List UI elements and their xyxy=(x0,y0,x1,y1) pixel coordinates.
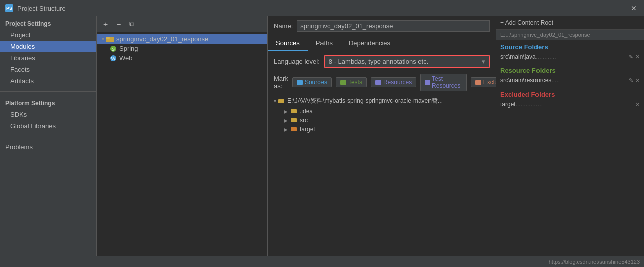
tree-root-label: springmvc_day02_01_response xyxy=(116,35,208,43)
idea-label: .idea xyxy=(300,108,313,115)
content-root-icon xyxy=(278,99,284,104)
target-label: target xyxy=(300,126,315,133)
source-path-main-java: src\main\java............ xyxy=(500,53,556,60)
source-info-title: E:...\springmvc_day02_01_response xyxy=(496,30,644,40)
tab-sources[interactable]: Sources xyxy=(268,36,308,51)
mark-as-row: Mark as: Sources Tests Resources Test Re… xyxy=(274,74,490,91)
sidebar: Project Settings Project Modules Librari… xyxy=(0,16,97,256)
app-icon: PS xyxy=(5,4,13,12)
source-entry-main-java: src\main\java............ ✎ ✕ xyxy=(500,53,640,61)
tab-paths[interactable]: Paths xyxy=(308,36,341,51)
tree-arrow-root: ▾ xyxy=(100,36,106,42)
sidebar-item-libraries[interactable]: Libraries xyxy=(0,52,96,64)
window-title: Project Structure xyxy=(17,5,66,12)
svg-rect-12 xyxy=(278,99,284,103)
content-root-path: E:\JAVA\资料\mybatis-spring-springmvc-orac… xyxy=(287,97,443,105)
resource-entry-actions: ✎ ✕ xyxy=(629,77,640,84)
platform-settings-section: Platform Settings xyxy=(0,96,96,109)
mark-excluded-label: Excluded xyxy=(483,79,496,86)
resource-path-main-resources: src\main\resources..... xyxy=(500,77,560,84)
content-child-idea[interactable]: ▶ .idea xyxy=(274,107,490,116)
excluded-entry-target: target................ ✕ xyxy=(500,100,640,108)
tree-node-web[interactable]: W Web xyxy=(97,53,267,63)
detail-panel: Name: Sources Paths Dependencies Languag… xyxy=(268,16,496,256)
sidebar-item-facets[interactable]: Facets xyxy=(0,64,96,75)
idea-folder-icon xyxy=(291,109,297,114)
title-bar-left: PS Project Structure xyxy=(5,4,66,12)
remove-excluded-icon[interactable]: ✕ xyxy=(635,101,640,108)
tree-root-node[interactable]: ▾ springmvc_day02_01_response xyxy=(97,34,267,44)
tests-folder-icon xyxy=(340,79,346,85)
web-label: Web xyxy=(119,54,133,62)
tree-panel: + − ⧉ ▾ springmvc_day02_01_response S xyxy=(97,16,268,256)
name-input[interactable] xyxy=(297,20,490,32)
add-button[interactable]: + xyxy=(100,19,111,30)
svg-rect-11 xyxy=(475,80,481,85)
edit-source-icon[interactable]: ✎ xyxy=(629,54,633,60)
source-entry-actions: ✎ ✕ xyxy=(629,54,640,60)
resource-entry-main-resources: src\main\resources..... ✎ ✕ xyxy=(500,76,640,84)
svg-text:S: S xyxy=(112,47,115,52)
edit-resource-icon[interactable]: ✎ xyxy=(629,77,633,84)
sidebar-item-global-libraries[interactable]: Global Libraries xyxy=(0,120,96,132)
name-label: Name: xyxy=(274,22,293,30)
excluded-folders-section: Excluded Folders target................ … xyxy=(496,87,644,111)
child-arrow-idea: ▶ xyxy=(284,109,288,114)
excluded-entry-actions: ✕ xyxy=(635,101,640,108)
svg-rect-15 xyxy=(291,127,297,131)
mark-excluded-button[interactable]: Excluded xyxy=(471,77,496,87)
tree-node-spring[interactable]: S Spring xyxy=(97,44,267,53)
copy-button[interactable]: ⧉ xyxy=(126,19,137,30)
child-arrow-src: ▶ xyxy=(284,118,288,123)
status-url: https://blog.csdn.net/sunshine543123 xyxy=(549,259,640,265)
source-folders-title: Source Folders xyxy=(500,43,640,51)
mark-sources-label: Sources xyxy=(305,79,327,86)
content-child-target[interactable]: ▶ target xyxy=(274,125,490,134)
resource-folders-title: Resource Folders xyxy=(500,67,640,74)
svg-rect-2 xyxy=(106,37,110,39)
child-arrow-target: ▶ xyxy=(284,127,288,132)
tree-toolbar: + − ⧉ xyxy=(97,16,267,32)
sidebar-item-project[interactable]: Project xyxy=(0,29,96,41)
language-level-value: 8 - Lambdas, type annotations etc. xyxy=(329,58,482,65)
mark-tests-button[interactable]: Tests xyxy=(336,77,367,87)
target-folder-icon xyxy=(291,127,297,132)
module-tree: ▾ springmvc_day02_01_response S Spring xyxy=(97,32,267,256)
module-folder-icon xyxy=(106,36,114,43)
mark-resources-button[interactable]: Resources xyxy=(371,77,416,87)
resources-folder-icon xyxy=(375,79,381,85)
web-icon: W xyxy=(109,55,117,62)
sidebar-item-problems[interactable]: Problems xyxy=(0,140,96,153)
title-bar: PS Project Structure ✕ xyxy=(0,0,644,16)
add-content-root-button[interactable]: + Add Content Root xyxy=(496,16,644,30)
tab-dependencies[interactable]: Dependencies xyxy=(341,36,398,51)
language-level-select[interactable]: 8 - Lambdas, type annotations etc. ▾ xyxy=(324,55,490,68)
remove-button[interactable]: − xyxy=(113,19,124,30)
svg-rect-13 xyxy=(291,109,297,113)
spring-icon: S xyxy=(109,45,117,52)
close-button[interactable]: ✕ xyxy=(629,3,639,13)
name-row: Name: xyxy=(268,16,496,36)
resource-folders-section: Resource Folders src\main\resources.....… xyxy=(496,64,644,87)
sidebar-item-artifacts[interactable]: Artifacts xyxy=(0,75,96,87)
sources-folder-icon xyxy=(297,79,303,85)
content-child-src[interactable]: ▶ src xyxy=(274,116,490,125)
language-level-label: Language level: xyxy=(274,58,320,65)
source-info-panel: + Add Content Root E:...\springmvc_day02… xyxy=(496,16,644,256)
chevron-down-icon: ▾ xyxy=(482,58,485,65)
svg-rect-9 xyxy=(375,80,381,85)
remove-resource-icon[interactable]: ✕ xyxy=(635,77,640,84)
src-label: src xyxy=(300,117,308,124)
sidebar-item-modules[interactable]: Modules xyxy=(0,41,96,52)
src-folder-icon xyxy=(291,118,297,123)
main-content: Project Settings Project Modules Librari… xyxy=(0,16,644,256)
test-resources-folder-icon xyxy=(425,79,430,85)
remove-source-icon[interactable]: ✕ xyxy=(635,54,640,60)
mark-resources-label: Resources xyxy=(383,79,412,86)
content-root-node[interactable]: ▾ E:\JAVA\资料\mybatis-spring-springmvc-or… xyxy=(274,95,490,107)
mark-sources-button[interactable]: Sources xyxy=(292,77,332,87)
content-root-arrow: ▾ xyxy=(274,98,276,104)
sidebar-item-sdks[interactable]: SDKs xyxy=(0,109,96,120)
tabs-row: Sources Paths Dependencies xyxy=(268,36,496,51)
mark-test-resources-button[interactable]: Test Resources xyxy=(420,74,466,91)
